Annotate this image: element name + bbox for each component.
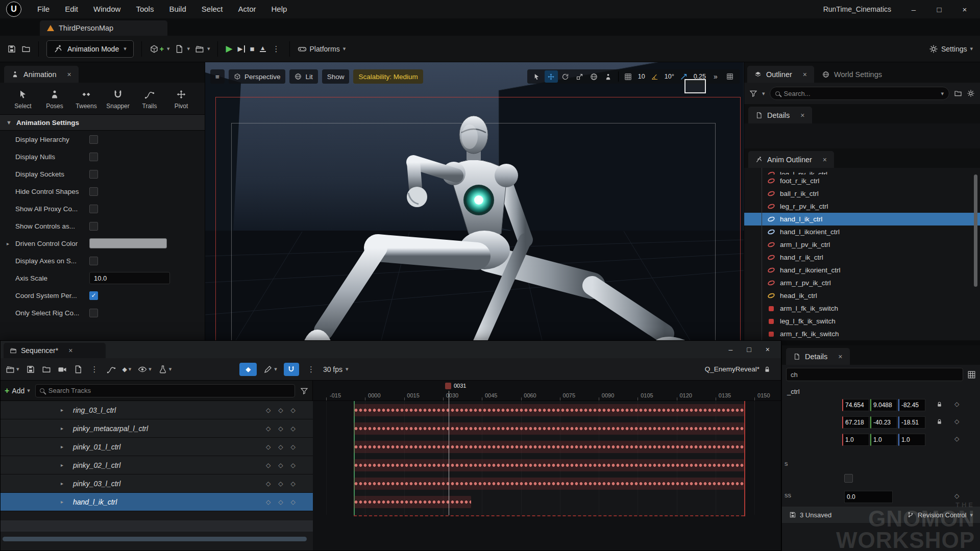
lock-icon[interactable] bbox=[936, 401, 943, 408]
anim-outliner-item-foot-r-ik-ctrl[interactable]: foot_r_ik_ctrl bbox=[744, 174, 980, 187]
add-actor-dropdown[interactable]: + ▾ bbox=[150, 44, 170, 54]
save-button[interactable] bbox=[7, 44, 16, 54]
lock-icon[interactable] bbox=[936, 418, 943, 425]
viewport-options-button[interactable]: ≡ bbox=[210, 69, 225, 84]
anim-outliner-item-leg-r-pv-ik-ctrl[interactable]: leg_r_pv_ik_ctrl bbox=[744, 200, 980, 213]
sequencer-titlebar[interactable]: Sequencer* × – □ × bbox=[1, 341, 781, 358]
track-pinky-02-l-ctrl[interactable]: ▸pinky_02_l_ctrl◇◇◇ bbox=[1, 456, 313, 474]
add-key-button[interactable]: ◇ bbox=[278, 462, 283, 469]
value-field[interactable]: 67.218 bbox=[842, 416, 869, 429]
unsaved-count[interactable]: 3 Unsaved bbox=[800, 511, 831, 519]
add-key-button[interactable]: ◇ bbox=[278, 425, 283, 432]
anim-outliner-item-arm-r-fk-ik-switch[interactable]: arm_r_fk_ik_switch bbox=[744, 328, 980, 340]
level-viewport[interactable]: ≡ Perspective Lit Show Scalability: Medi… bbox=[205, 62, 744, 340]
close-icon[interactable]: × bbox=[803, 70, 807, 79]
perspective-dropdown[interactable]: Perspective bbox=[229, 69, 286, 84]
settings-dropdown[interactable]: Settings ▾ bbox=[929, 44, 973, 54]
tab-world-settings[interactable]: World Settings bbox=[815, 66, 889, 83]
platforms-dropdown[interactable]: Platforms ▾ bbox=[298, 44, 346, 54]
outliner-search-input[interactable]: Search... ▾ bbox=[770, 87, 949, 100]
menu-help[interactable]: Help bbox=[264, 0, 295, 18]
checkbox-display-nulls[interactable] bbox=[89, 153, 98, 161]
track-pinky-01-l-ctrl[interactable]: ▸pinky_01_l_ctrl◇◇◇ bbox=[1, 438, 313, 456]
number-field[interactable]: 10.0 bbox=[89, 272, 170, 284]
keyframe-diamond[interactable]: ◇ bbox=[954, 435, 959, 442]
anim-outliner-item-hand-l-ik-ctrl[interactable]: hand_l_ik_ctrl bbox=[744, 213, 980, 226]
lit-dropdown[interactable]: Lit bbox=[289, 69, 317, 84]
curve-editor-button[interactable] bbox=[107, 365, 116, 374]
window-minimize-button[interactable]: – bbox=[729, 345, 733, 354]
viewport-layout-button[interactable] bbox=[723, 70, 737, 83]
keyframe-lane-pinky-03-l-ctrl[interactable] bbox=[354, 478, 744, 490]
anim-outliner-item-hand-r-ik-ctrl[interactable]: hand_r_ik_ctrl bbox=[744, 251, 980, 264]
value-field[interactable]: 74.654 bbox=[842, 399, 869, 411]
window-maximize-button[interactable]: □ bbox=[747, 345, 751, 354]
caret-down-icon[interactable]: ▾ bbox=[762, 90, 765, 97]
tab-details[interactable]: Details × bbox=[748, 107, 812, 123]
rotate-tool-button[interactable] bbox=[559, 70, 572, 83]
render-movie-button[interactable] bbox=[74, 365, 83, 374]
expander-icon[interactable]: ▸ bbox=[61, 499, 63, 505]
select-tool-button[interactable] bbox=[530, 70, 544, 83]
window-close-button[interactable]: × bbox=[960, 5, 970, 14]
content-browser-button[interactable] bbox=[21, 44, 31, 54]
expander-icon[interactable]: ▸ bbox=[61, 462, 63, 468]
keying-options-dropdown[interactable]: ◆▾ bbox=[122, 366, 132, 373]
track-ring-03-l-ctrl[interactable]: ▸ring_03_l_ctrl◇◇◇ bbox=[1, 401, 313, 419]
tab-sequencer[interactable]: Sequencer* × bbox=[4, 343, 106, 358]
add-key-button[interactable]: ◇ bbox=[278, 480, 283, 487]
close-icon[interactable]: × bbox=[800, 111, 804, 119]
track-hand-l-ik-ctrl[interactable]: ▸hand_l_ik_ctrl◇◇◇ bbox=[1, 493, 313, 511]
grid-snap-value[interactable]: 10 bbox=[636, 73, 647, 80]
world-space-button[interactable] bbox=[587, 70, 601, 83]
anim-outliner-scrollbar[interactable] bbox=[974, 174, 977, 287]
tab-outliner[interactable]: Outliner × bbox=[747, 66, 814, 83]
tool-poses[interactable]: Poses bbox=[39, 89, 70, 110]
keyframe-lane-hand-l-ik-ctrl[interactable] bbox=[354, 496, 471, 508]
next-key-button[interactable]: ◇ bbox=[290, 462, 295, 469]
expander-icon[interactable]: ▸ bbox=[61, 481, 63, 486]
anim-outliner-item-hand-l-ikorient-ctrl[interactable]: hand_l_ikorient_ctrl bbox=[744, 226, 980, 238]
camera-speed-button[interactable]: » bbox=[709, 70, 722, 83]
auto-key-dropdown[interactable]: ▾ bbox=[263, 365, 277, 374]
value-field[interactable]: 9.0488 bbox=[870, 399, 897, 411]
prev-key-button[interactable]: ◇ bbox=[266, 407, 271, 414]
add-keyframe-button[interactable]: ◆ bbox=[239, 363, 257, 376]
scalability-warning-button[interactable]: Scalability: Medium bbox=[353, 69, 423, 84]
play-options-kebab[interactable]: ⋮ bbox=[271, 44, 282, 54]
prev-key-button[interactable]: ◇ bbox=[266, 462, 271, 469]
tab-anim-outliner[interactable]: Anim Outliner × bbox=[748, 151, 834, 168]
blueprints-dropdown[interactable]: ▾ bbox=[175, 44, 190, 54]
anim-outliner-item-arm-l-pv-ik-ctrl[interactable]: arm_l_pv_ik_ctrl bbox=[744, 238, 980, 251]
menu-build[interactable]: Build bbox=[161, 0, 193, 18]
cinematics-dropdown[interactable]: ▾ bbox=[195, 44, 210, 54]
tab-animation[interactable]: Animation × bbox=[4, 66, 79, 83]
anim-outliner-item-head-ik-ctrl[interactable]: head_ik_ctrl bbox=[744, 289, 980, 302]
rotation-snap-value[interactable]: 10° bbox=[663, 73, 676, 80]
tool-snapper[interactable]: Snapper bbox=[102, 89, 134, 110]
keyframe-diamond[interactable]: ◇ bbox=[954, 400, 959, 408]
value-field[interactable]: -82.45 bbox=[898, 399, 925, 411]
checkbox-display-sockets[interactable] bbox=[89, 170, 98, 179]
property-checkbox[interactable] bbox=[844, 474, 853, 483]
add-key-button[interactable]: ◇ bbox=[278, 443, 283, 450]
sequence-breadcrumb[interactable]: Q_EnemyReveal* bbox=[705, 365, 776, 373]
level-tab[interactable]: ThirdPersonMap bbox=[40, 20, 167, 36]
close-icon[interactable]: × bbox=[67, 70, 71, 79]
expander-icon[interactable]: ▸ bbox=[61, 444, 63, 449]
playback-options-dropdown[interactable]: ▾ bbox=[158, 365, 172, 374]
checkbox-show-controls-as[interactable] bbox=[89, 222, 98, 231]
snap-toggle-button[interactable] bbox=[284, 363, 299, 376]
menu-file[interactable]: File bbox=[30, 0, 57, 18]
add-track-button[interactable]: + Add ▾ bbox=[5, 386, 30, 395]
tool-tweens[interactable]: Tweens bbox=[70, 89, 102, 110]
stop-button[interactable]: ■ bbox=[250, 44, 255, 53]
sequencer-options-dropdown[interactable]: ▾ bbox=[6, 365, 19, 374]
keyframe-lane-pinky-metacarpal-l-ctrl[interactable] bbox=[354, 422, 744, 435]
close-icon[interactable]: × bbox=[838, 353, 842, 361]
close-icon[interactable]: × bbox=[68, 346, 72, 355]
keyframe-lane-pinky-01-l-ctrl[interactable] bbox=[354, 441, 744, 453]
checkbox-only-select-rig-co[interactable] bbox=[89, 309, 98, 317]
checkbox-display-hierarchy[interactable] bbox=[89, 135, 98, 144]
checkbox-display-axes-on-s[interactable] bbox=[89, 257, 98, 265]
